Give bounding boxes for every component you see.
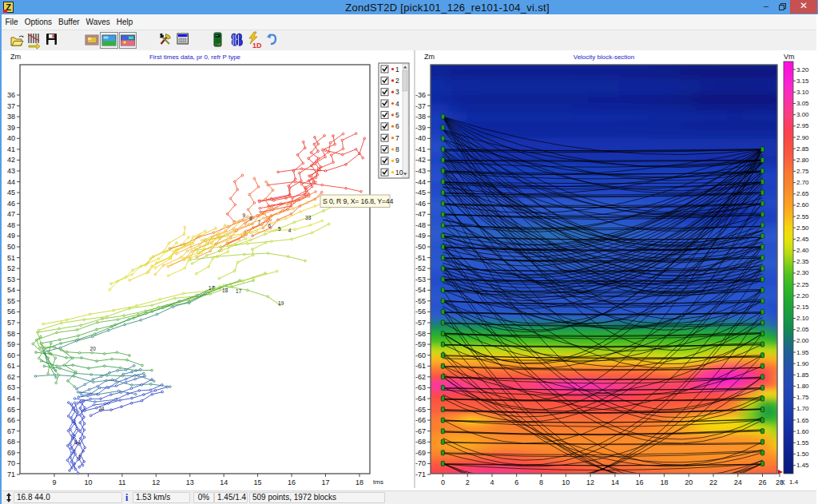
svg-text:-66: -66 <box>415 416 426 424</box>
svg-text:2.55: 2.55 <box>796 213 809 220</box>
svg-text:-56: -56 <box>415 308 426 315</box>
svg-text:49: 49 <box>7 232 15 240</box>
svg-text:2.60: 2.60 <box>796 201 809 208</box>
svg-text:-53: -53 <box>415 276 426 284</box>
svg-text:20: 20 <box>90 346 97 351</box>
svg-text:5: 5 <box>395 111 399 119</box>
svg-text:S 0, R 9, X= 16.8, Y=44: S 0, R 9, X= 16.8, Y=44 <box>323 197 393 205</box>
svg-text:53: 53 <box>7 276 15 284</box>
svg-text:16: 16 <box>288 478 296 486</box>
svg-text:45: 45 <box>7 189 15 196</box>
svg-text:Vm: Vm <box>784 53 795 61</box>
svg-text:17: 17 <box>208 285 215 291</box>
svg-text:10: 10 <box>84 478 92 486</box>
svg-text:-42: -42 <box>415 156 426 164</box>
svg-text:2.25: 2.25 <box>796 281 809 288</box>
svg-text:3.20: 3.20 <box>796 66 809 73</box>
svg-text:37: 37 <box>7 102 15 110</box>
svg-text:42: 42 <box>7 156 15 164</box>
svg-text:-55: -55 <box>415 297 426 305</box>
svg-text:-70: -70 <box>415 459 426 467</box>
svg-text:7: 7 <box>395 134 399 142</box>
svg-text:14: 14 <box>75 439 81 445</box>
svg-text:-38: -38 <box>415 113 426 121</box>
svg-text:2.65: 2.65 <box>796 190 809 197</box>
svg-text:1.50: 1.50 <box>796 450 809 458</box>
svg-text:-59: -59 <box>415 340 426 348</box>
svg-text:2.15: 2.15 <box>796 304 809 311</box>
svg-text:-71: -71 <box>415 470 426 478</box>
svg-text:52: 52 <box>7 264 15 272</box>
svg-text:-44: -44 <box>415 178 426 186</box>
svg-text:1.60: 1.60 <box>796 428 809 435</box>
svg-text:19: 19 <box>278 300 284 306</box>
svg-text:58: 58 <box>7 330 15 338</box>
svg-text:3: 3 <box>395 88 399 96</box>
svg-text:2.95: 2.95 <box>796 122 809 129</box>
svg-text:8: 8 <box>249 216 252 221</box>
svg-text:2.35: 2.35 <box>796 258 809 265</box>
svg-text:-46: -46 <box>415 200 426 208</box>
svg-text:9: 9 <box>395 157 399 165</box>
svg-text:-69: -69 <box>415 449 426 457</box>
svg-text:2.00: 2.00 <box>796 337 809 344</box>
svg-text:1.90: 1.90 <box>796 360 809 367</box>
svg-text:2.50: 2.50 <box>796 224 809 232</box>
svg-text:11: 11 <box>118 478 125 486</box>
svg-text:47: 47 <box>7 210 15 218</box>
svg-text:59: 59 <box>7 340 15 348</box>
svg-text:2: 2 <box>466 478 470 486</box>
svg-text:1.55: 1.55 <box>796 439 809 446</box>
svg-text:-39: -39 <box>415 124 426 132</box>
svg-text:8: 8 <box>539 478 543 486</box>
svg-text:51: 51 <box>7 254 15 262</box>
svg-text:18: 18 <box>222 288 228 293</box>
svg-text:64: 64 <box>7 395 15 403</box>
svg-text:-65: -65 <box>415 406 426 414</box>
svg-text:2.40: 2.40 <box>796 247 809 254</box>
svg-text:-54: -54 <box>415 286 426 294</box>
svg-text:20: 20 <box>685 478 693 486</box>
svg-text:7: 7 <box>258 220 261 225</box>
svg-text:22: 22 <box>709 478 717 486</box>
svg-text:43: 43 <box>7 167 15 175</box>
svg-text:-63: -63 <box>415 383 426 391</box>
svg-text:2: 2 <box>395 77 399 85</box>
svg-text:2.20: 2.20 <box>796 292 809 300</box>
svg-text:36: 36 <box>7 91 15 99</box>
svg-text:-61: -61 <box>415 362 426 370</box>
svg-text:1.65: 1.65 <box>796 417 809 424</box>
svg-text:-41: -41 <box>415 145 426 153</box>
svg-text:-58: -58 <box>415 330 426 338</box>
svg-text:16: 16 <box>636 478 644 486</box>
svg-text:33: 33 <box>305 215 312 220</box>
svg-text:71: 71 <box>7 470 15 478</box>
svg-text:0: 0 <box>441 478 445 486</box>
svg-text:70: 70 <box>7 459 15 467</box>
svg-text:1.80: 1.80 <box>796 383 809 390</box>
svg-text:55: 55 <box>7 297 15 305</box>
svg-text:-47: -47 <box>415 210 426 218</box>
svg-text:3.10: 3.10 <box>796 89 809 96</box>
svg-text:1.45: 1.45 <box>796 462 809 469</box>
svg-text:18: 18 <box>660 478 668 486</box>
svg-text:14: 14 <box>220 478 228 486</box>
svg-text:14: 14 <box>611 478 619 486</box>
svg-text:Zm: Zm <box>10 53 21 61</box>
svg-text:Zm: Zm <box>424 53 435 61</box>
svg-text:3: 3 <box>78 454 81 460</box>
svg-text:65: 65 <box>7 406 15 414</box>
svg-text:-57: -57 <box>415 319 426 327</box>
svg-text:-68: -68 <box>415 438 426 446</box>
svg-text:56: 56 <box>7 308 15 315</box>
svg-text:-40: -40 <box>415 134 426 142</box>
svg-text:40: 40 <box>7 134 15 142</box>
svg-text:1.70: 1.70 <box>796 405 809 412</box>
svg-text:17: 17 <box>321 478 329 486</box>
svg-text:-51: -51 <box>415 254 426 262</box>
svg-text:15: 15 <box>254 478 262 486</box>
svg-text:-36: -36 <box>415 91 426 99</box>
svg-text:18: 18 <box>355 478 363 486</box>
svg-text:1.75: 1.75 <box>796 394 809 401</box>
svg-text:9: 9 <box>243 212 246 218</box>
